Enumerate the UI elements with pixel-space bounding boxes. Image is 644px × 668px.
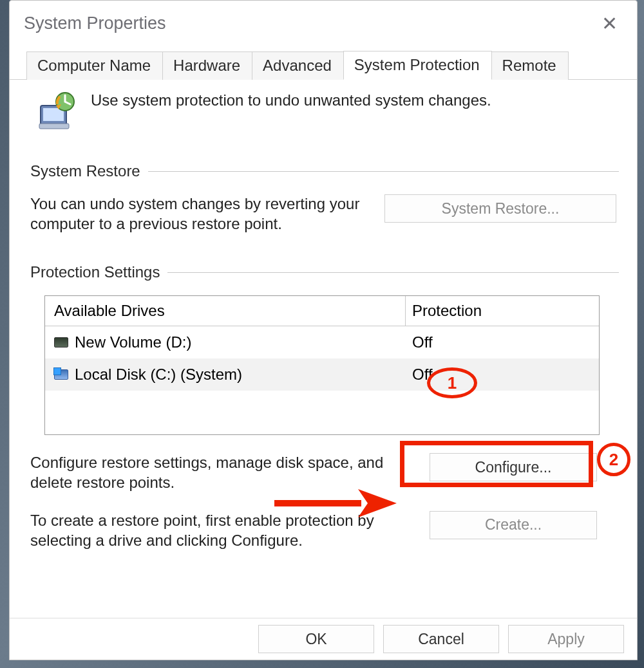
tab-content: Use system protection to undo unwanted s…	[10, 80, 637, 618]
header-protection: Protection	[406, 296, 599, 326]
intro-row: Use system protection to undo unwanted s…	[28, 89, 619, 162]
section-title-restore: System Restore	[30, 162, 140, 180]
configure-button-label: Configure...	[475, 459, 552, 476]
list-padding	[45, 391, 599, 434]
header-available-drives: Available Drives	[45, 296, 406, 326]
section-title-protection: Protection Settings	[30, 263, 160, 281]
drive-row[interactable]: New Volume (D:) Off	[45, 326, 599, 358]
tab-remote[interactable]: Remote	[491, 51, 569, 80]
drives-header: Available Drives Protection	[45, 296, 599, 326]
drive-row[interactable]: Local Disk (C:) (System) Off	[45, 358, 599, 391]
ok-button[interactable]: OK	[258, 625, 374, 653]
drive-name: New Volume (D:)	[75, 333, 191, 351]
create-button[interactable]: Create...	[430, 511, 597, 539]
titlebar: System Properties ✕	[10, 1, 637, 50]
divider	[148, 171, 619, 172]
create-button-label: Create...	[485, 516, 542, 533]
close-icon[interactable]: ✕	[596, 11, 623, 36]
apply-button[interactable]: Apply	[508, 625, 624, 653]
drive-name: Local Disk (C:) (System)	[75, 366, 242, 384]
drives-list: Available Drives Protection New Volume (…	[44, 295, 600, 435]
drive-status: Off	[406, 360, 599, 389]
dialog-footer: OK Cancel Apply	[10, 618, 637, 660]
section-protection-settings: Protection Settings	[30, 263, 619, 281]
restore-row: You can undo system changes by reverting…	[28, 194, 619, 234]
window-title: System Properties	[24, 14, 166, 33]
restore-desc: You can undo system changes by reverting…	[30, 194, 365, 234]
tab-advanced[interactable]: Advanced	[252, 51, 344, 80]
intro-text: Use system protection to undo unwanted s…	[91, 91, 491, 109]
svg-rect-2	[39, 124, 69, 129]
tab-system-protection[interactable]: System Protection	[343, 51, 492, 80]
cancel-button[interactable]: Cancel	[383, 625, 499, 653]
system-properties-window: System Properties ✕ Computer Name Hardwa…	[9, 0, 638, 660]
create-row: To create a restore point, first enable …	[28, 511, 619, 550]
system-restore-icon	[38, 91, 79, 133]
tabstrip: Computer Name Hardware Advanced System P…	[10, 50, 637, 80]
tab-hardware[interactable]: Hardware	[162, 51, 252, 80]
create-desc: To create a restore point, first enable …	[30, 511, 391, 550]
configure-row: Configure restore settings, manage disk …	[28, 453, 619, 492]
tab-computer-name[interactable]: Computer Name	[26, 51, 163, 80]
configure-button[interactable]: Configure...	[430, 453, 597, 481]
section-system-restore: System Restore	[30, 162, 619, 180]
system-restore-button-label: System Restore...	[442, 200, 560, 218]
drive-icon	[54, 337, 68, 348]
system-restore-button[interactable]: System Restore...	[384, 194, 616, 223]
configure-desc: Configure restore settings, manage disk …	[30, 453, 391, 492]
divider	[167, 272, 619, 273]
drive-icon	[54, 369, 68, 380]
drive-status: Off	[406, 328, 599, 357]
